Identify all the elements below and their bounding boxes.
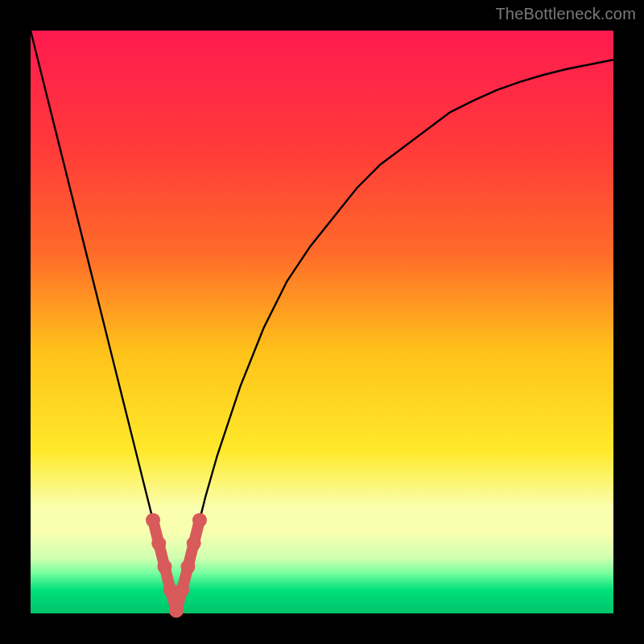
marker-dot [146,513,160,527]
marker-dot [180,559,195,574]
plot-gradient-area [31,31,613,613]
marker-dot [151,536,166,551]
marker-dot [175,583,189,597]
watermark-label: TheBottleneck.com [495,5,636,23]
marker-dot [169,603,184,617]
marker-dot [187,536,201,551]
marker-dot [158,559,172,574]
chart-frame: TheBottleneck.com [0,0,644,644]
bottleneck-chart [0,0,644,644]
marker-dot [192,513,207,527]
